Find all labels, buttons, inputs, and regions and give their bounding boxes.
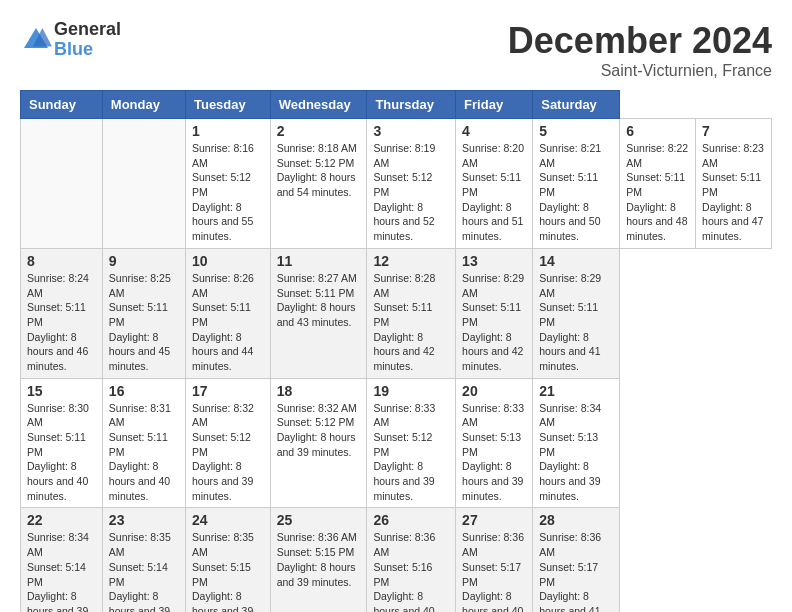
day-info: Sunrise: 8:35 AMSunset: 5:15 PMDaylight:… [192, 531, 254, 612]
day-number: 9 [109, 253, 179, 269]
calendar-cell: 23 Sunrise: 8:35 AMSunset: 5:14 PMDaylig… [102, 508, 185, 612]
day-header-friday: Friday [456, 91, 533, 119]
location: Saint-Victurnien, France [508, 62, 772, 80]
day-number: 13 [462, 253, 526, 269]
day-number: 14 [539, 253, 613, 269]
day-info: Sunrise: 8:29 AMSunset: 5:11 PMDaylight:… [462, 272, 524, 372]
day-number: 26 [373, 512, 449, 528]
day-info: Sunrise: 8:35 AMSunset: 5:14 PMDaylight:… [109, 531, 171, 612]
day-info: Sunrise: 8:20 AMSunset: 5:11 PMDaylight:… [462, 142, 524, 242]
title-block: December 2024 Saint-Victurnien, France [508, 20, 772, 80]
calendar-cell: 3 Sunrise: 8:19 AMSunset: 5:12 PMDayligh… [367, 119, 456, 249]
day-number: 27 [462, 512, 526, 528]
day-number: 2 [277, 123, 361, 139]
calendar-cell: 4 Sunrise: 8:20 AMSunset: 5:11 PMDayligh… [456, 119, 533, 249]
calendar-cell [21, 119, 103, 249]
calendar-cell: 15 Sunrise: 8:30 AMSunset: 5:11 PMDaylig… [21, 378, 103, 508]
day-info: Sunrise: 8:21 AMSunset: 5:11 PMDaylight:… [539, 142, 601, 242]
calendar-cell: 5 Sunrise: 8:21 AMSunset: 5:11 PMDayligh… [533, 119, 620, 249]
calendar-cell: 19 Sunrise: 8:33 AMSunset: 5:12 PMDaylig… [367, 378, 456, 508]
page-header: General Blue December 2024 Saint-Victurn… [20, 20, 772, 80]
day-header-thursday: Thursday [367, 91, 456, 119]
calendar-cell: 10 Sunrise: 8:26 AMSunset: 5:11 PMDaylig… [185, 248, 270, 378]
calendar-cell: 17 Sunrise: 8:32 AMSunset: 5:12 PMDaylig… [185, 378, 270, 508]
calendar-cell: 2 Sunrise: 8:18 AMSunset: 5:12 PMDayligh… [270, 119, 367, 249]
day-number: 3 [373, 123, 449, 139]
day-number: 23 [109, 512, 179, 528]
week-row-3: 15 Sunrise: 8:30 AMSunset: 5:11 PMDaylig… [21, 378, 772, 508]
day-number: 18 [277, 383, 361, 399]
day-info: Sunrise: 8:36 AMSunset: 5:17 PMDaylight:… [462, 531, 524, 612]
day-info: Sunrise: 8:26 AMSunset: 5:11 PMDaylight:… [192, 272, 254, 372]
logo: General Blue [20, 20, 121, 60]
calendar-cell: 12 Sunrise: 8:28 AMSunset: 5:11 PMDaylig… [367, 248, 456, 378]
day-number: 19 [373, 383, 449, 399]
calendar-cell: 21 Sunrise: 8:34 AMSunset: 5:13 PMDaylig… [533, 378, 620, 508]
week-row-2: 8 Sunrise: 8:24 AMSunset: 5:11 PMDayligh… [21, 248, 772, 378]
day-info: Sunrise: 8:36 AMSunset: 5:16 PMDaylight:… [373, 531, 435, 612]
calendar-cell: 27 Sunrise: 8:36 AMSunset: 5:17 PMDaylig… [456, 508, 533, 612]
day-info: Sunrise: 8:22 AMSunset: 5:11 PMDaylight:… [626, 142, 688, 242]
day-number: 6 [626, 123, 689, 139]
day-info: Sunrise: 8:33 AMSunset: 5:13 PMDaylight:… [462, 402, 524, 502]
calendar-cell: 6 Sunrise: 8:22 AMSunset: 5:11 PMDayligh… [620, 119, 696, 249]
day-number: 28 [539, 512, 613, 528]
day-number: 7 [702, 123, 765, 139]
day-number: 17 [192, 383, 264, 399]
day-number: 16 [109, 383, 179, 399]
day-info: Sunrise: 8:36 AMSunset: 5:15 PMDaylight:… [277, 531, 357, 587]
day-number: 8 [27, 253, 96, 269]
day-header-saturday: Saturday [533, 91, 620, 119]
calendar-cell: 1 Sunrise: 8:16 AMSunset: 5:12 PMDayligh… [185, 119, 270, 249]
calendar-cell: 14 Sunrise: 8:29 AMSunset: 5:11 PMDaylig… [533, 248, 620, 378]
day-header-wednesday: Wednesday [270, 91, 367, 119]
calendar-cell: 9 Sunrise: 8:25 AMSunset: 5:11 PMDayligh… [102, 248, 185, 378]
calendar-cell: 13 Sunrise: 8:29 AMSunset: 5:11 PMDaylig… [456, 248, 533, 378]
day-number: 15 [27, 383, 96, 399]
calendar-cell: 28 Sunrise: 8:36 AMSunset: 5:17 PMDaylig… [533, 508, 620, 612]
calendar-cell: 7 Sunrise: 8:23 AMSunset: 5:11 PMDayligh… [696, 119, 772, 249]
logo-blue: Blue [54, 40, 121, 60]
day-info: Sunrise: 8:23 AMSunset: 5:11 PMDaylight:… [702, 142, 764, 242]
month-title: December 2024 [508, 20, 772, 62]
calendar-cell: 18 Sunrise: 8:32 AMSunset: 5:12 PMDaylig… [270, 378, 367, 508]
day-info: Sunrise: 8:28 AMSunset: 5:11 PMDaylight:… [373, 272, 435, 372]
day-info: Sunrise: 8:25 AMSunset: 5:11 PMDaylight:… [109, 272, 171, 372]
day-info: Sunrise: 8:33 AMSunset: 5:12 PMDaylight:… [373, 402, 435, 502]
day-info: Sunrise: 8:30 AMSunset: 5:11 PMDaylight:… [27, 402, 89, 502]
calendar-cell: 20 Sunrise: 8:33 AMSunset: 5:13 PMDaylig… [456, 378, 533, 508]
calendar-cell: 8 Sunrise: 8:24 AMSunset: 5:11 PMDayligh… [21, 248, 103, 378]
calendar-cell: 11 Sunrise: 8:27 AMSunset: 5:11 PMDaylig… [270, 248, 367, 378]
day-number: 12 [373, 253, 449, 269]
calendar-cell: 16 Sunrise: 8:31 AMSunset: 5:11 PMDaylig… [102, 378, 185, 508]
day-number: 25 [277, 512, 361, 528]
day-info: Sunrise: 8:16 AMSunset: 5:12 PMDaylight:… [192, 142, 254, 242]
calendar-cell: 22 Sunrise: 8:34 AMSunset: 5:14 PMDaylig… [21, 508, 103, 612]
calendar-cell: 25 Sunrise: 8:36 AMSunset: 5:15 PMDaylig… [270, 508, 367, 612]
logo-icon [20, 24, 52, 56]
day-info: Sunrise: 8:29 AMSunset: 5:11 PMDaylight:… [539, 272, 601, 372]
calendar-cell: 24 Sunrise: 8:35 AMSunset: 5:15 PMDaylig… [185, 508, 270, 612]
day-number: 24 [192, 512, 264, 528]
day-number: 1 [192, 123, 264, 139]
day-info: Sunrise: 8:27 AMSunset: 5:11 PMDaylight:… [277, 272, 357, 328]
day-info: Sunrise: 8:32 AMSunset: 5:12 PMDaylight:… [277, 402, 357, 458]
day-number: 4 [462, 123, 526, 139]
day-number: 22 [27, 512, 96, 528]
day-info: Sunrise: 8:34 AMSunset: 5:14 PMDaylight:… [27, 531, 89, 612]
calendar-table: SundayMondayTuesdayWednesdayThursdayFrid… [20, 90, 772, 612]
day-info: Sunrise: 8:32 AMSunset: 5:12 PMDaylight:… [192, 402, 254, 502]
week-row-1: 1 Sunrise: 8:16 AMSunset: 5:12 PMDayligh… [21, 119, 772, 249]
day-info: Sunrise: 8:24 AMSunset: 5:11 PMDaylight:… [27, 272, 89, 372]
week-row-4: 22 Sunrise: 8:34 AMSunset: 5:14 PMDaylig… [21, 508, 772, 612]
day-number: 20 [462, 383, 526, 399]
day-number: 5 [539, 123, 613, 139]
day-info: Sunrise: 8:19 AMSunset: 5:12 PMDaylight:… [373, 142, 435, 242]
day-number: 10 [192, 253, 264, 269]
calendar-cell [102, 119, 185, 249]
day-info: Sunrise: 8:36 AMSunset: 5:17 PMDaylight:… [539, 531, 601, 612]
day-info: Sunrise: 8:31 AMSunset: 5:11 PMDaylight:… [109, 402, 171, 502]
day-header-sunday: Sunday [21, 91, 103, 119]
day-number: 11 [277, 253, 361, 269]
header-row: SundayMondayTuesdayWednesdayThursdayFrid… [21, 91, 772, 119]
